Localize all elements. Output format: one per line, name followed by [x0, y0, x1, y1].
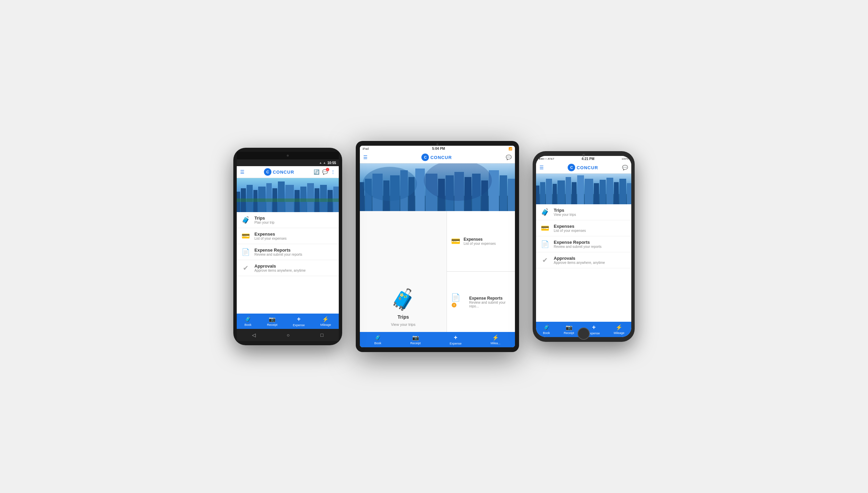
android-home-btn[interactable]: ○ — [287, 332, 289, 338]
ipad-left-panel[interactable]: 🧳 Trips View your trips — [360, 211, 447, 332]
ipad-status-left: iPad — [363, 147, 369, 150]
ipad-expenses-title: Expenses — [464, 237, 496, 242]
ipad-tab-receipt[interactable]: 📷 Receipt — [410, 334, 421, 345]
iphone-menu-list: 🧳 Trips View your trips 💳 Expenses List … — [536, 204, 631, 322]
android-receipt-icon: 📷 — [269, 316, 276, 322]
ipad-status-icons: 📶 — [508, 147, 512, 150]
ipad-tab-mileage[interactable]: ⚡ Milea... — [490, 334, 500, 345]
ipad-receipt-icon: 📷 — [412, 334, 419, 341]
android-recents-btn[interactable]: □ — [320, 332, 323, 338]
android-reports-icon: 📄 — [241, 248, 250, 256]
iphone-logo: C CONCUR — [568, 164, 598, 171]
iphone-approvals-icon: ✔ — [540, 256, 550, 264]
iphone-trips-icon: 🧳 — [540, 208, 550, 216]
iphone-expenses-title: Expenses — [554, 224, 586, 229]
iphone-reports-icon: 📄 — [540, 240, 550, 248]
ipad-status-bar: iPad 5:04 PM 📶 — [360, 146, 515, 152]
iphone-hamburger-icon[interactable]: ☰ — [539, 165, 544, 170]
android-brand-name: CONCUR — [273, 170, 294, 175]
android-tab-bar: 🧳 Book 📷 Receipt + Expense ⚡ Mileage — [237, 314, 339, 329]
android-back-btn[interactable]: ◁ — [252, 332, 256, 338]
android-expense-label: Expense — [293, 323, 305, 327]
android-hamburger-icon[interactable]: ☰ — [240, 169, 245, 175]
ipad-trips-big-icon: 🧳 — [390, 287, 416, 312]
iphone-trips-title: Trips — [554, 208, 576, 213]
ipad-trips-label: Trips — [398, 314, 409, 320]
ipad-expenses-item[interactable]: 💳 Expenses List of your expenses — [447, 211, 515, 272]
iphone-expenses-icon: 💳 — [540, 224, 550, 232]
ipad-logo: C CONCUR — [421, 154, 452, 161]
android-nav-bar: ◁ ○ □ — [237, 329, 339, 341]
ipad-tab-expense[interactable]: + Expense — [450, 334, 462, 345]
android-expense-plus-icon: + — [297, 316, 301, 323]
iphone-approvals-subtitle: Approve items anywhere, anytime — [554, 261, 605, 265]
android-menu-expenses[interactable]: 💳 Expenses List of your expenses — [237, 228, 339, 244]
iphone-concur-c-icon: C — [568, 164, 575, 171]
android-book-label: Book — [245, 323, 252, 327]
ipad-chat-icon[interactable]: 💬 — [506, 155, 512, 160]
iphone-book-label: Book — [543, 331, 550, 335]
android-screen: ☰ C CONCUR 🔄 💬 ! ⋮ — [237, 166, 339, 329]
iphone-chat-icon[interactable]: 💬 — [622, 165, 628, 170]
svg-rect-38 — [508, 179, 515, 211]
ipad-reports-badge: 3 — [452, 303, 456, 307]
android-receipt-label: Receipt — [267, 323, 278, 327]
iphone-tab-mileage[interactable]: ⚡ Mileage — [614, 324, 624, 335]
android-refresh-icon[interactable]: 🔄 — [314, 169, 319, 175]
ipad-wifi-icon: 📶 — [508, 147, 512, 150]
android-tab-book[interactable]: 🧳 Book — [245, 316, 252, 327]
iphone-home-button[interactable] — [578, 328, 590, 340]
svg-rect-50 — [577, 175, 584, 204]
iphone-tab-receipt[interactable]: 📷 Receipt — [564, 324, 574, 335]
android-approvals-subtitle: Approve items anywhere, anytime — [254, 269, 306, 272]
ipad-tab-book[interactable]: 🧳 Book — [374, 334, 382, 345]
iphone-receipt-label: Receipt — [564, 331, 574, 335]
svg-rect-51 — [585, 179, 593, 204]
ipad: iPad 5:04 PM 📶 ☰ C CONCUR 💬 — [356, 141, 519, 352]
iphone-time: 4:21 PM — [582, 157, 595, 161]
android-tab-mileage[interactable]: ⚡ Mileage — [320, 316, 331, 327]
ipad-reports-title: Expense Reports — [469, 296, 511, 301]
android-more-icon[interactable]: ⋮ — [331, 169, 335, 175]
iphone-mileage-label: Mileage — [614, 331, 624, 335]
ipad-expense-label: Expense — [450, 342, 462, 345]
iphone-expenses-subtitle: List of your expenses — [554, 229, 586, 233]
android-menu-reports[interactable]: 📄 Expense Reports Review and submit your… — [237, 244, 339, 260]
ipad-reports-item[interactable]: 📄 3 Expense Reports Review and submit yo… — [447, 272, 515, 332]
android-expenses-icon: 💳 — [241, 232, 250, 240]
svg-rect-9 — [278, 181, 285, 212]
ipad-expense-plus-icon: + — [454, 334, 457, 341]
iphone-city-banner — [536, 174, 631, 204]
ipad-brand-name: CONCUR — [430, 155, 452, 160]
iphone-reports-subtitle: Review and submit your reports — [554, 245, 602, 249]
iphone-mileage-icon: ⚡ — [616, 324, 622, 331]
ipad-city-banner — [360, 163, 515, 211]
android-menu-approvals[interactable]: ✔ Approvals Approve items anywhere, anyt… — [237, 260, 339, 276]
svg-rect-28 — [415, 169, 425, 211]
iphone-menu-trips[interactable]: 🧳 Trips View your trips — [536, 204, 631, 220]
iphone-menu-expenses[interactable]: 💳 Expenses List of your expenses — [536, 220, 631, 236]
android-logo: C CONCUR — [264, 168, 294, 176]
svg-rect-43 — [536, 186, 539, 204]
iphone-reports-title: Expense Reports — [554, 240, 602, 245]
svg-rect-7 — [266, 183, 272, 212]
svg-rect-57 — [627, 183, 631, 204]
android-chat-icon[interactable]: 💬 ! — [322, 169, 328, 175]
iphone-camera — [583, 154, 585, 156]
svg-rect-46 — [553, 184, 557, 204]
iphone-header: ☰ C CONCUR 💬 — [536, 162, 631, 174]
iphone-menu-reports[interactable]: 📄 Expense Reports Review and submit your… — [536, 236, 631, 252]
android-tab-expense[interactable]: + Expense — [293, 316, 305, 327]
svg-point-39 — [363, 167, 417, 201]
ipad-mileage-label: Milea... — [490, 341, 500, 345]
android-tab-receipt[interactable]: 📷 Receipt — [267, 316, 278, 327]
ipad-hamburger-icon[interactable]: ☰ — [363, 155, 368, 160]
android-mileage-label: Mileage — [320, 323, 331, 327]
android-menu-trips[interactable]: 🧳 Trips Plan your trip — [237, 212, 339, 228]
svg-rect-45 — [546, 179, 552, 204]
android-trips-title: Trips — [254, 216, 274, 221]
svg-rect-56 — [619, 179, 626, 204]
android-header: ☰ C CONCUR 🔄 💬 ! ⋮ — [237, 166, 339, 178]
iphone-tab-book[interactable]: 🧳 Book — [543, 324, 550, 335]
iphone-menu-approvals[interactable]: ✔ Approvals Approve items anywhere, anyt… — [536, 252, 631, 268]
